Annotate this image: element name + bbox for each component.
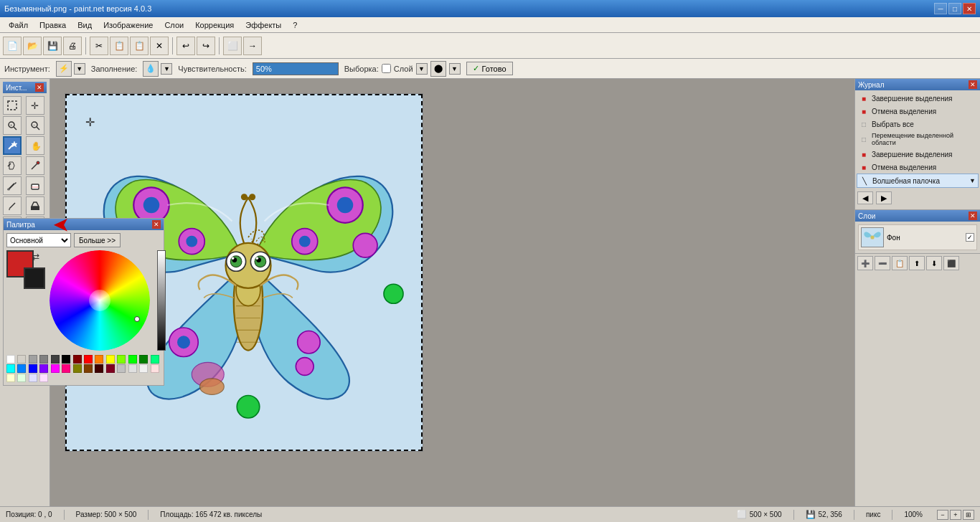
palette-more-button[interactable]: Больше >>	[74, 233, 121, 247]
copy-button[interactable]: 📋	[110, 37, 128, 55]
brightness-strip[interactable]	[157, 250, 166, 351]
journal-item[interactable]: ■ Отмена выделения	[857, 105, 979, 118]
palette-color-swatch[interactable]	[73, 355, 82, 364]
tools-panel-close[interactable]: ✕	[35, 83, 44, 92]
palette-color-swatch[interactable]	[106, 364, 115, 373]
selection-checkbox[interactable]	[382, 64, 391, 73]
palette-color-swatch[interactable]	[62, 355, 70, 364]
menu-view[interactable]: Вид	[72, 19, 98, 31]
palette-color-swatch[interactable]	[17, 364, 26, 373]
journal-item-active[interactable]: ╲ Волшебная палочка ▼	[857, 174, 979, 188]
minimize-button[interactable]: ─	[934, 3, 947, 14]
move-tool[interactable]: ✛	[26, 96, 44, 115]
add-layer-button[interactable]: ➕	[857, 256, 873, 270]
move-layer-down-button[interactable]: ⬇	[926, 256, 942, 270]
eraser-tool[interactable]	[26, 176, 44, 195]
palette-mode-select[interactable]: Основной	[6, 233, 71, 247]
palette-color-swatch[interactable]	[62, 364, 70, 373]
palette-color-swatch[interactable]	[29, 374, 37, 382]
menu-layers[interactable]: Слои	[159, 19, 189, 31]
journal-item[interactable]: □ Перемещение выделенной области	[857, 130, 979, 148]
palette-color-swatch[interactable]	[128, 355, 137, 364]
paint-bucket-tool[interactable]	[3, 156, 22, 175]
palette-color-swatch[interactable]	[29, 355, 37, 364]
brush-tool[interactable]	[3, 176, 22, 195]
menu-image[interactable]: Изображение	[98, 19, 159, 31]
journal-item[interactable]: ■ Завершение выделения	[857, 148, 979, 161]
redo-journal-button[interactable]: ▶	[876, 191, 892, 204]
palette-color-swatch[interactable]	[84, 364, 93, 373]
print-button[interactable]: 🖨	[63, 37, 82, 55]
canvas-area[interactable]: ✛	[50, 79, 854, 506]
delete-layer-button[interactable]: ➖	[875, 256, 890, 270]
layers-close-button[interactable]: ✕	[969, 212, 977, 220]
ok-button[interactable]: ✓ Готово	[466, 62, 513, 75]
journal-close-button[interactable]: ✕	[969, 80, 977, 89]
palette-color-swatch[interactable]	[29, 364, 37, 373]
recolor-tool[interactable]	[26, 196, 44, 215]
palette-color-swatch[interactable]	[73, 364, 82, 373]
undo-button[interactable]: ↩	[176, 37, 195, 55]
palette-close-button[interactable]: ✕	[152, 220, 161, 229]
zoom-in-tool[interactable]: +	[3, 116, 22, 135]
rectangle-select-tool[interactable]	[3, 96, 22, 115]
swap-colors-arrow[interactable]: ⇄	[32, 252, 39, 262]
paste-button[interactable]: 📋	[130, 37, 149, 55]
select-all-button[interactable]: ⬜	[223, 37, 242, 55]
palette-color-swatch[interactable]	[117, 355, 126, 364]
sensitivity-slider[interactable]: 50%	[253, 62, 339, 75]
palette-color-swatch[interactable]	[95, 364, 103, 373]
palette-color-swatch[interactable]	[39, 355, 48, 364]
menu-edit[interactable]: Правка	[34, 19, 72, 31]
palette-color-swatch[interactable]	[95, 355, 103, 364]
palette-color-swatch[interactable]	[6, 374, 15, 382]
palette-color-swatch[interactable]	[51, 355, 60, 364]
palette-color-swatch[interactable]	[139, 355, 148, 364]
palette-color-swatch[interactable]	[51, 364, 60, 373]
layer-item[interactable]: Фон ✓	[858, 224, 977, 250]
deselect-button[interactable]: →	[243, 37, 262, 55]
zoom-out-tool[interactable]: −	[26, 116, 44, 135]
selection-shape-dropdown[interactable]: ▼	[449, 63, 461, 75]
duplicate-layer-button[interactable]: 📋	[892, 256, 908, 270]
palette-color-swatch[interactable]	[6, 355, 15, 364]
palette-color-swatch[interactable]	[39, 364, 48, 373]
pan-tool[interactable]: ✋	[26, 136, 44, 155]
sensitivity-control[interactable]: 50%	[253, 62, 339, 75]
color-wheel-area[interactable]	[50, 250, 150, 351]
color-wheel-gradient[interactable]	[50, 250, 150, 351]
redo-button[interactable]: ↪	[197, 37, 215, 55]
maximize-button[interactable]: □	[948, 3, 961, 14]
palette-color-swatch[interactable]	[151, 355, 159, 364]
palette-color-swatch[interactable]	[106, 355, 115, 364]
palette-color-swatch[interactable]	[17, 355, 26, 364]
menu-effects[interactable]: Эффекты	[240, 19, 287, 31]
open-button[interactable]: 📂	[23, 37, 42, 55]
palette-color-swatch[interactable]	[117, 364, 126, 373]
palette-color-swatch[interactable]	[128, 364, 137, 373]
palette-color-swatch[interactable]	[39, 374, 48, 382]
palette-color-swatch[interactable]	[84, 355, 93, 364]
magic-wand-tool[interactable]	[3, 136, 22, 155]
cut-button[interactable]: ✂	[90, 37, 108, 55]
fit-window-button[interactable]: ⊞	[963, 510, 974, 520]
merge-layers-button[interactable]: ⬛	[943, 256, 959, 270]
menu-help[interactable]: ?	[287, 19, 303, 31]
save-button[interactable]: 💾	[43, 37, 62, 55]
delete-button[interactable]: ✕	[150, 37, 169, 55]
close-button[interactable]: ✕	[963, 3, 976, 14]
secondary-color-swatch[interactable]	[24, 267, 45, 289]
zoom-in-status-button[interactable]: +	[950, 510, 961, 520]
zoom-out-status-button[interactable]: −	[937, 510, 948, 520]
palette-color-swatch[interactable]	[6, 364, 15, 373]
new-button[interactable]: 📄	[3, 37, 22, 55]
journal-item[interactable]: □ Выбрать все	[857, 118, 979, 130]
menu-adjustments[interactable]: Коррекция	[189, 19, 240, 31]
undo-journal-button[interactable]: ◀	[857, 191, 873, 204]
palette-color-swatch[interactable]	[151, 364, 159, 373]
menu-file[interactable]: Файл	[3, 19, 34, 31]
journal-item[interactable]: ■ Отмена выделения	[857, 161, 979, 174]
palette-color-swatch[interactable]	[17, 374, 26, 382]
move-layer-up-button[interactable]: ⬆	[909, 256, 925, 270]
tool-options-btn[interactable]: ▼	[74, 63, 85, 75]
